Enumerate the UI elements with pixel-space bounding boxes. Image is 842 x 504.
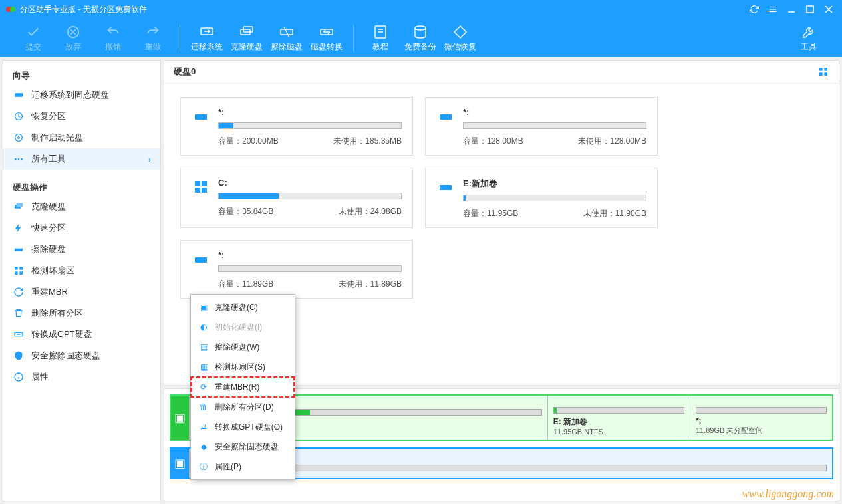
disk-title: 硬盘0 xyxy=(174,66,196,78)
shield-icon xyxy=(13,350,25,362)
wipe-icon xyxy=(279,24,295,40)
context-menu-item: ◐初始化硬盘(I) xyxy=(191,317,295,337)
svg-rect-45 xyxy=(195,181,200,186)
svg-point-20 xyxy=(415,26,426,30)
svg-rect-32 xyxy=(19,267,23,270)
menu-item-label: 属性(P) xyxy=(215,461,241,473)
svg-rect-49 xyxy=(440,185,452,190)
menu-item-label: 初始化硬盘(I) xyxy=(215,322,262,333)
disk-convert-button[interactable]: 磁盘转换 xyxy=(307,20,347,56)
svg-rect-42 xyxy=(824,72,827,76)
capacity-label: 容量：11.95GB xyxy=(463,208,518,219)
migrate-os-button[interactable]: 迁移系统 xyxy=(187,20,227,56)
commit-button: 提交 xyxy=(13,20,53,56)
capacity-label: 容量：35.84GB xyxy=(218,206,273,217)
menu-item-label: 检测坏扇区(S) xyxy=(215,362,265,373)
wipe-disk-button[interactable]: 擦除磁盘 xyxy=(267,20,307,56)
menu-item-icon: 🗑 xyxy=(198,401,210,413)
menu-item-label: 擦除硬盘(W) xyxy=(215,342,259,353)
unused-label: 未使用：11.90GB xyxy=(583,208,646,219)
clone-disk-button[interactable]: 克隆硬盘 xyxy=(227,20,267,56)
segment-size: 11.89GB 未分配空间 xyxy=(696,426,827,436)
sidebar-item-deleteall[interactable]: 删除所有分区 xyxy=(3,303,160,324)
partition-card[interactable]: *: 容量：11.89GB 未使用：11.89GB xyxy=(180,240,413,299)
clone-icon xyxy=(239,24,255,40)
menu-item-icon: ⟳ xyxy=(198,381,210,393)
usage-bar xyxy=(463,122,646,129)
close-button[interactable] xyxy=(821,1,837,17)
disk-segment[interactable]: *: 11.89GB 未分配空间 xyxy=(690,396,832,440)
unused-label: 未使用：24.08GB xyxy=(339,206,402,217)
partition-card[interactable]: E:新加卷 容量：11.95GB 未使用：11.90GB xyxy=(425,168,658,228)
sidebar-item-togpt[interactable]: 转换成GPT硬盘 xyxy=(3,324,160,345)
migrate-icon xyxy=(199,24,215,40)
refresh-icon xyxy=(13,286,25,298)
context-menu-item[interactable]: ◆安全擦除固态硬盘 xyxy=(191,437,295,457)
menu-item-label: 重建MBR(R) xyxy=(215,382,259,393)
context-menu-item[interactable]: ▤擦除硬盘(W) xyxy=(191,337,295,357)
sidebar-item-rebuild-mbr[interactable]: 重建MBR xyxy=(3,281,160,303)
menu-item-icon: ◆ xyxy=(198,441,210,453)
minimize-button[interactable] xyxy=(783,1,799,17)
menu-icon[interactable] xyxy=(765,1,781,17)
usage-bar xyxy=(218,265,402,272)
context-menu-item[interactable]: ⟳重建MBR(R) xyxy=(191,377,295,397)
ssd-icon xyxy=(13,89,25,101)
unused-label: 未使用：128.00MB xyxy=(578,136,646,147)
svg-rect-44 xyxy=(440,114,452,120)
partition-card[interactable]: *: 容量：200.00MB 未使用：185.35MB xyxy=(180,97,413,156)
wechat-icon xyxy=(452,24,468,40)
svg-rect-29 xyxy=(17,203,23,207)
free-backup-button[interactable]: 免费备份 xyxy=(400,20,440,56)
drive-icon xyxy=(192,107,210,126)
context-menu-item[interactable]: ⇄转换成GPT硬盘(O) xyxy=(191,417,295,437)
menu-item-icon: ▤ xyxy=(198,341,210,353)
partition-name: E:新加卷 xyxy=(463,178,646,189)
sidebar-item-secure-erase[interactable]: 安全擦除固态硬盘 xyxy=(3,345,160,366)
sidebar-item-migrate-ssd[interactable]: 迁移系统到固态硬盘 xyxy=(3,84,160,106)
sidebar-item-quickpart[interactable]: 快速分区 xyxy=(3,217,160,239)
disk-head-icon: ▣ xyxy=(171,449,190,478)
menu-item-label: 安全擦除固态硬盘 xyxy=(215,441,279,453)
svg-rect-47 xyxy=(195,188,200,193)
redo-button: 重做 xyxy=(133,20,173,56)
svg-rect-31 xyxy=(15,267,18,270)
svg-rect-6 xyxy=(807,6,813,13)
svg-point-26 xyxy=(18,158,20,160)
recover-icon xyxy=(13,110,25,122)
sidebar-item-clone[interactable]: 克隆硬盘 xyxy=(3,196,160,217)
view-toggle-icon[interactable] xyxy=(817,66,829,78)
disk-head-icon: ▣ xyxy=(171,396,190,440)
svg-rect-43 xyxy=(195,114,207,120)
sidebar-item-wipe[interactable]: 擦除硬盘 xyxy=(3,239,160,260)
drive-icon xyxy=(192,178,210,196)
refresh-icon[interactable] xyxy=(746,1,762,17)
maximize-button[interactable] xyxy=(802,1,818,17)
sidebar-item-recover[interactable]: 恢复分区 xyxy=(3,106,160,127)
cancel-icon xyxy=(65,24,81,40)
menu-item-icon: ▣ xyxy=(198,301,210,313)
context-menu-item[interactable]: 🗑删除所有分区(D) xyxy=(191,397,295,417)
partition-card[interactable]: C: 容量：35.84GB 未使用：24.08GB xyxy=(180,168,413,228)
context-menu-item[interactable]: ▣克隆硬盘(C) xyxy=(191,297,295,317)
context-menu-item[interactable]: ▦检测坏扇区(S) xyxy=(191,357,295,377)
sidebar-item-bootdisc[interactable]: 制作启动光盘 xyxy=(3,127,160,148)
svg-point-23 xyxy=(15,134,23,142)
capacity-label: 容量：128.00MB xyxy=(463,136,523,147)
wechat-recovery-button[interactable]: 微信恢复 xyxy=(440,20,480,56)
svg-rect-40 xyxy=(824,68,827,71)
segment-size: 11.95GB NTFS xyxy=(553,428,684,436)
disc-icon xyxy=(13,132,25,144)
menu-item-icon: ⓘ xyxy=(198,461,210,473)
sidebar-item-properties[interactable]: 属性 xyxy=(3,366,160,388)
unused-label: 未使用：11.89GB xyxy=(339,279,402,290)
disk-segment[interactable]: E: 新加卷 11.95GB NTFS xyxy=(548,396,690,440)
sidebar-item-alltools[interactable]: 所有工具› xyxy=(3,148,160,170)
partition-card[interactable]: *: 容量：128.00MB 未使用：128.00MB xyxy=(425,97,658,156)
menu-item-label: 克隆硬盘(C) xyxy=(215,302,258,313)
tutorial-button[interactable]: 教程 xyxy=(360,20,400,56)
sidebar-item-badsector[interactable]: 检测坏扇区 xyxy=(3,260,160,281)
context-menu-item[interactable]: ⓘ属性(P) xyxy=(191,457,295,477)
tools-button[interactable]: 工具 xyxy=(789,20,829,56)
partition-name: *: xyxy=(463,107,646,117)
